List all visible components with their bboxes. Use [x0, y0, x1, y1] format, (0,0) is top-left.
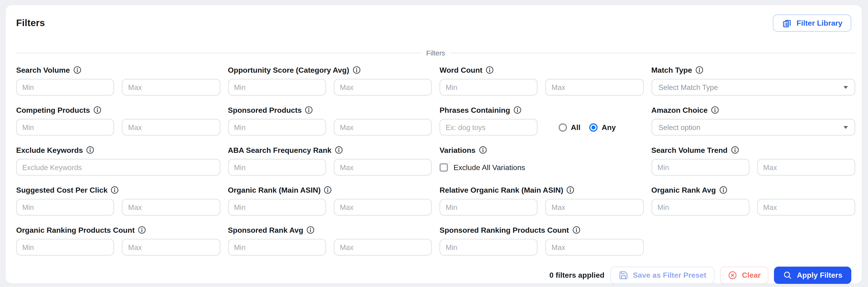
- info-icon[interactable]: [731, 146, 739, 154]
- relative-organic-rank-min-input[interactable]: [440, 199, 537, 216]
- field-label: ABA Search Frequency Rank: [228, 146, 331, 154]
- field-label: Sponsored Ranking Products Count: [440, 226, 569, 234]
- info-icon[interactable]: [111, 186, 119, 194]
- field-match-type: Match Type Select Match Type: [651, 66, 855, 96]
- info-icon[interactable]: [513, 106, 521, 114]
- radio-any-label[interactable]: Any: [601, 123, 616, 131]
- field-organic-rank-main-asin: Organic Rank (Main ASIN): [228, 186, 432, 215]
- info-icon[interactable]: [572, 226, 580, 234]
- organic-rank-avg-min-input[interactable]: [651, 199, 749, 216]
- filters-panel: Filters Filter Library Filters Search: [5, 4, 862, 284]
- field-search-volume: Search Volume: [16, 66, 220, 96]
- search-icon: [783, 271, 793, 280]
- info-icon[interactable]: [486, 66, 494, 74]
- field-organic-ranking-products-count: Organic Ranking Products Count: [16, 226, 220, 256]
- exclude-all-variations-checkbox-row[interactable]: Exclude All Variations: [440, 163, 525, 172]
- info-icon[interactable]: [479, 146, 487, 154]
- info-icon[interactable]: [73, 66, 81, 74]
- filter-library-button[interactable]: Filter Library: [773, 14, 851, 32]
- field-label: Sponsored Rank Avg: [228, 226, 303, 234]
- word-count-min-input[interactable]: [440, 79, 537, 96]
- field-label: Phrases Containing: [440, 106, 510, 114]
- field-label: Organic Rank Avg: [651, 186, 716, 194]
- radio-all-circle[interactable]: [559, 123, 567, 131]
- field-suggested-cost-per-click: Suggested Cost Per Click: [16, 186, 220, 215]
- suggested-cpc-max-input[interactable]: [122, 199, 220, 216]
- radio-all[interactable]: All: [559, 123, 581, 131]
- organic-rank-avg-max-input[interactable]: [757, 199, 855, 216]
- sponsored-ranking-count-min-input[interactable]: [440, 239, 537, 256]
- search-volume-trend-max-input[interactable]: [757, 159, 855, 176]
- aba-rank-min-input[interactable]: [228, 159, 326, 176]
- field-competing-products: Competing Products: [16, 106, 220, 135]
- field-phrases-containing: Phrases Containing All Any: [440, 106, 644, 135]
- filters-applied-count: 0 filters applied: [549, 271, 604, 280]
- suggested-cpc-min-input[interactable]: [16, 199, 114, 216]
- amazon-choice-select[interactable]: Select option: [651, 119, 855, 136]
- relative-organic-rank-max-input[interactable]: [546, 199, 644, 216]
- field-label: Variations: [440, 146, 475, 154]
- sponsored-rank-avg-max-input[interactable]: [334, 239, 432, 256]
- sponsored-products-max-input[interactable]: [334, 119, 432, 136]
- field-label: Opportunity Score (Category Avg): [228, 66, 349, 74]
- phrases-containing-input[interactable]: [440, 119, 537, 136]
- exclude-all-variations-checkbox[interactable]: [440, 163, 448, 172]
- phrases-match-radio-group: All Any: [559, 123, 616, 131]
- field-sponsored-products: Sponsored Products: [228, 106, 432, 135]
- info-icon[interactable]: [138, 226, 146, 234]
- sponsored-rank-avg-min-input[interactable]: [228, 239, 326, 256]
- apply-filters-button[interactable]: Apply Filters: [774, 267, 851, 284]
- exclude-keywords-input[interactable]: [16, 159, 220, 176]
- radio-any-circle[interactable]: [589, 123, 598, 131]
- field-label: Exclude Keywords: [16, 146, 83, 154]
- caret-down-icon: [843, 126, 848, 129]
- sponsored-products-min-input[interactable]: [228, 119, 326, 136]
- info-icon[interactable]: [352, 66, 360, 74]
- clipboard-list-icon: [782, 18, 792, 28]
- organic-ranking-count-min-input[interactable]: [16, 239, 114, 256]
- info-icon[interactable]: [695, 66, 703, 74]
- organic-rank-min-input[interactable]: [228, 199, 326, 216]
- clear-filters-button[interactable]: Clear: [720, 267, 769, 284]
- field-relative-organic-rank-main-asin: Relative Organic Rank (Main ASIN): [440, 186, 644, 215]
- info-icon[interactable]: [324, 186, 332, 194]
- competing-products-max-input[interactable]: [122, 119, 220, 136]
- info-icon[interactable]: [719, 186, 727, 194]
- info-icon[interactable]: [711, 106, 719, 114]
- radio-all-label[interactable]: All: [571, 123, 581, 131]
- search-volume-trend-min-input[interactable]: [651, 159, 749, 176]
- circle-x-icon: [728, 271, 738, 280]
- info-icon[interactable]: [335, 146, 343, 154]
- info-icon[interactable]: [86, 146, 94, 154]
- exclude-all-variations-label[interactable]: Exclude All Variations: [453, 163, 525, 172]
- opportunity-score-max-input[interactable]: [334, 79, 432, 96]
- select-placeholder: Select option: [658, 123, 700, 131]
- match-type-select[interactable]: Select Match Type: [651, 79, 855, 96]
- search-volume-max-input[interactable]: [122, 79, 220, 96]
- save-filter-preset-button[interactable]: Save as Filter Preset: [611, 267, 715, 284]
- field-label: Organic Rank (Main ASIN): [228, 186, 320, 194]
- divider-label: Filters: [426, 49, 445, 57]
- sponsored-ranking-count-max-input[interactable]: [546, 239, 644, 256]
- radio-any[interactable]: Any: [589, 123, 616, 131]
- field-exclude-keywords: Exclude Keywords: [16, 146, 220, 175]
- clear-label: Clear: [742, 271, 761, 280]
- opportunity-score-min-input[interactable]: [228, 79, 326, 96]
- field-label: Search Volume Trend: [651, 146, 727, 154]
- filters-grid: Search Volume Opportunity Score (Categor…: [16, 66, 855, 256]
- aba-rank-max-input[interactable]: [334, 159, 432, 176]
- field-label: Suggested Cost Per Click: [16, 186, 107, 194]
- info-icon[interactable]: [566, 186, 574, 194]
- organic-ranking-count-max-input[interactable]: [122, 239, 220, 256]
- field-amazon-choice: Amazon Choice Select option: [651, 106, 855, 135]
- competing-products-min-input[interactable]: [16, 119, 114, 136]
- organic-rank-max-input[interactable]: [334, 199, 432, 216]
- field-label: Amazon Choice: [651, 106, 708, 114]
- word-count-max-input[interactable]: [546, 79, 644, 96]
- info-icon[interactable]: [93, 106, 101, 114]
- apply-filters-label: Apply Filters: [797, 271, 842, 280]
- info-icon[interactable]: [307, 226, 314, 234]
- search-volume-min-input[interactable]: [16, 79, 114, 96]
- info-icon[interactable]: [305, 106, 313, 114]
- page: Filters Filter Library Filters Search: [0, 0, 868, 287]
